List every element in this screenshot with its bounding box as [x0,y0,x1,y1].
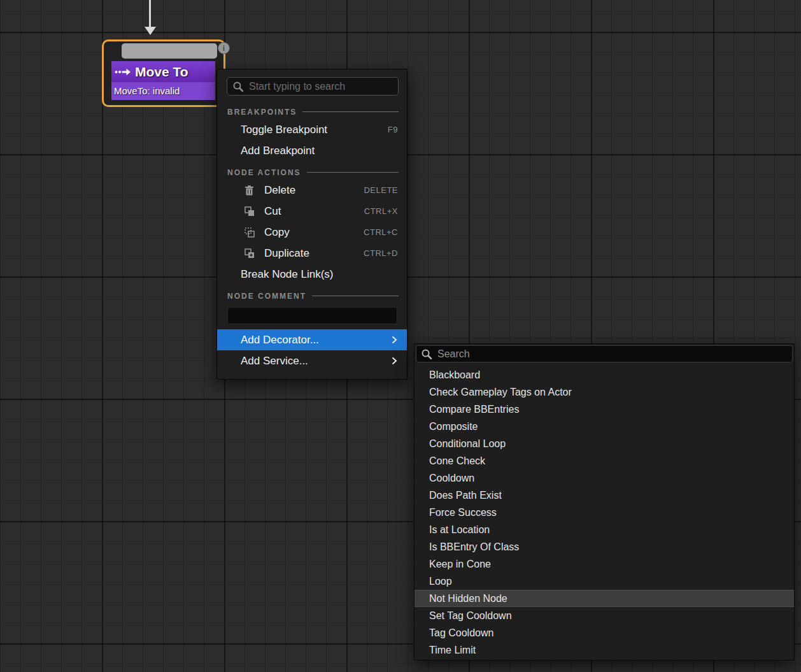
submenu-item-force-success[interactable]: Force Success [415,504,794,521]
section-header-node-comment: NODE COMMENT [217,285,407,303]
search-icon [232,81,244,92]
section-header-breakpoints: BREAKPOINTS [217,101,407,119]
submenu-item-check-gameplay-tags-on-actor[interactable]: Check Gameplay Tags on Actor [415,383,794,401]
menu-item-duplicate[interactable]: Duplicate CTRL+D [217,243,407,264]
submenu-item-cone-check[interactable]: Cone Check [415,452,794,469]
submenu-item-composite[interactable]: Composite [415,418,794,435]
node-comment-field [227,307,397,324]
context-menu-search [227,77,399,96]
section-header-node-actions: NODE ACTIONS [217,161,407,180]
menu-item-label: Break Node Link(s) [241,268,334,281]
menu-item-add-decorator[interactable]: Add Decorator... [217,329,407,350]
node-comment-input[interactable] [227,307,397,324]
menu-item-label: Add Breakpoint [241,145,315,157]
context-menu-search-input[interactable] [227,77,399,96]
connection-wire [149,0,151,27]
context-menu: BREAKPOINTS Toggle Breakpoint F9 Add Bre… [216,69,408,380]
menu-item-label: Add Service... [241,355,308,368]
submenu-item-does-path-exist[interactable]: Does Path Exist [415,487,794,504]
submenu-item-set-tag-cooldown[interactable]: Set Tag Cooldown [415,607,794,624]
section-header-label: BREAKPOINTS [227,108,297,117]
menu-item-label: Duplicate [264,247,309,260]
section-header-label: NODE COMMENT [227,292,306,301]
menu-item-shortcut: F9 [388,125,398,134]
menu-item-add-breakpoint[interactable]: Add Breakpoint [217,140,407,161]
menu-item-label: Toggle Breakpoint [241,124,327,136]
menu-item-label: Copy [264,226,290,239]
menu-item-shortcut: CTRL+X [364,206,398,216]
submenu-item-blackboard[interactable]: Blackboard [415,366,794,383]
menu-item-shortcut: CTRL+D [364,248,398,258]
menu-item-break-node-links[interactable]: Break Node Link(s) [217,264,407,285]
submenu-item-is-at-location[interactable]: Is at Location [415,521,794,538]
section-divider [312,296,399,296]
node-subtitle: MoveTo: invalid [111,82,215,100]
menu-item-shortcut: DELETE [364,185,398,195]
trash-icon [245,185,255,196]
copy-icon [245,227,255,238]
duplicate-icon [245,248,255,259]
menu-item-label: Delete [264,184,295,197]
menu-item-shortcut: CTRL+C [364,227,398,237]
submenu-item-not-hidden-node[interactable]: Not Hidden Node [415,590,794,607]
submenu-item-loop[interactable]: Loop [415,573,794,590]
decorator-submenu-search [416,345,793,362]
submenu-item-time-limit[interactable]: Time Limit [415,641,794,659]
move-to-arrow-icon [115,64,131,80]
submenu-item-cooldown[interactable]: Cooldown [415,469,794,487]
decorator-search-input[interactable] [416,345,793,362]
decorator-submenu: Blackboard Check Gameplay Tags on Actor … [414,343,795,661]
connection-arrowhead-icon [145,27,156,35]
submenu-item-conditional-loop[interactable]: Conditional Loop [415,435,794,452]
menu-item-label: Cut [264,205,281,218]
node-header: Move To [111,61,215,82]
menu-item-cut[interactable]: Cut CTRL+X [217,201,407,222]
submenu-item-is-bbentry-of-class[interactable]: Is BBEntry Of Class [415,538,794,555]
section-divider [302,111,399,112]
search-icon [421,348,432,360]
cut-icon [245,206,255,217]
node-title-bar [122,43,217,59]
menu-item-copy[interactable]: Copy CTRL+C [217,222,407,243]
graph-canvas[interactable]: i Move To MoveTo: invalid BREAKPOINTS To… [0,0,801,672]
menu-item-toggle-breakpoint[interactable]: Toggle Breakpoint F9 [217,119,407,140]
section-divider [307,172,399,173]
move-to-node[interactable]: i Move To MoveTo: invalid [102,39,225,107]
submenu-item-tag-cooldown[interactable]: Tag Cooldown [415,624,794,641]
chevron-right-icon [392,357,397,365]
node-title: Move To [135,64,188,80]
chevron-right-icon [392,336,397,344]
node-info-badge-icon: i [218,42,230,54]
menu-item-delete[interactable]: Delete DELETE [217,180,407,201]
menu-item-add-service[interactable]: Add Service... [217,350,407,371]
section-header-label: NODE ACTIONS [227,168,301,177]
submenu-item-compare-bbentries[interactable]: Compare BBEntries [415,401,794,418]
submenu-item-keep-in-cone[interactable]: Keep in Cone [415,555,794,573]
menu-item-label: Add Decorator... [241,334,319,347]
